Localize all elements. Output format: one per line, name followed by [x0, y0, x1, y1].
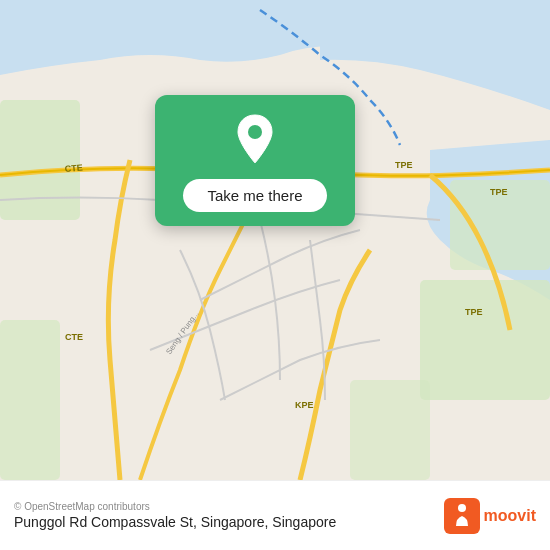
location-card: Take me there	[155, 95, 355, 226]
svg-rect-1	[0, 100, 80, 220]
svg-rect-2	[420, 280, 550, 400]
svg-point-13	[248, 125, 262, 139]
svg-text:TPE: TPE	[465, 307, 483, 317]
svg-point-15	[458, 504, 466, 512]
svg-text:CTE: CTE	[64, 162, 83, 174]
svg-rect-4	[0, 320, 60, 480]
moovit-label: moovit	[484, 507, 536, 525]
app: CTE CTE TPE TPE TPE KPE Seng / Pung... T…	[0, 0, 550, 550]
map-container: CTE CTE TPE TPE TPE KPE Seng / Pung... T…	[0, 0, 550, 480]
location-text: Punggol Rd Compassvale St, Singapore, Si…	[14, 514, 434, 530]
moovit-logo: moovit	[444, 498, 536, 534]
moovit-brand-icon	[444, 498, 480, 534]
location-pin-icon	[231, 113, 279, 165]
bottom-bar: © OpenStreetMap contributors Punggol Rd …	[0, 480, 550, 550]
svg-text:TPE: TPE	[395, 160, 413, 170]
svg-text:TPE: TPE	[490, 187, 508, 197]
copyright-text: © OpenStreetMap contributors	[14, 501, 434, 512]
take-me-there-button[interactable]: Take me there	[183, 179, 326, 212]
svg-text:CTE: CTE	[65, 332, 83, 342]
pin-icon-wrapper	[229, 113, 281, 165]
svg-rect-5	[350, 380, 430, 480]
svg-text:KPE: KPE	[295, 400, 314, 410]
